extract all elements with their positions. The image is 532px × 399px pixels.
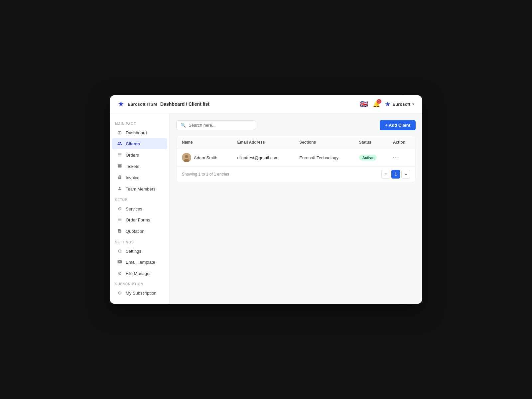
sidebar-label-clients: Clients — [126, 141, 140, 146]
quotation-icon — [117, 228, 122, 234]
user-name: Eurosoft — [393, 102, 410, 107]
breadcrumb-prefix: Dashboard / — [160, 101, 187, 107]
sidebar-item-order-forms[interactable]: Order Forms — [112, 214, 167, 225]
toolbar: 🔍 + Add Client — [176, 120, 416, 130]
table-entry-count: Showing 1 to 1 of 1 entries — [182, 172, 229, 177]
sidebar-label-orders: Orders — [126, 153, 139, 158]
sidebar-label-quotation: Quotation — [126, 229, 144, 234]
breadcrumb-current: Client list — [189, 101, 209, 107]
client-table-container: Name Email Address Sections Status Actio… — [176, 136, 416, 182]
client-table: Name Email Address Sections Status Actio… — [177, 136, 415, 166]
notification-bell[interactable]: 🔔 1 — [373, 100, 380, 108]
col-name: Name — [177, 136, 232, 149]
sidebar-item-services[interactable]: ⚙ Services — [112, 203, 167, 214]
col-status: Status — [354, 136, 388, 149]
cell-email: clienttest@gmail.com — [232, 149, 294, 167]
notification-badge: 1 — [377, 99, 381, 104]
sidebar-label-file-manager: File Manager — [126, 271, 151, 276]
body-layout: MAIN PAGE ⊞ Dashboard Clients — [110, 113, 422, 304]
sidebar-label-dashboard: Dashboard — [126, 130, 147, 135]
flag-icon: 🇬🇧 — [360, 100, 368, 108]
user-star-icon: ★ — [385, 100, 391, 108]
settings-section-label: SETTINGS — [110, 237, 169, 245]
avatar — [182, 153, 191, 162]
sidebar-label-tickets: Tickets — [126, 164, 139, 169]
subscription-section-label: SUBSCRIPTION — [110, 279, 169, 287]
chevron-down-icon: ▾ — [412, 102, 414, 106]
header-right: 🇬🇧 🔔 1 ★ Eurosoft ▾ — [360, 100, 414, 108]
cell-status: Active — [354, 149, 388, 167]
sidebar-item-settings[interactable]: ⚙ Settings — [112, 246, 167, 256]
sidebar-label-order-forms: Order Forms — [126, 217, 150, 222]
team-members-icon — [117, 186, 122, 192]
sidebar-item-my-subscription[interactable]: ⚙ My Subscription — [112, 288, 167, 298]
add-client-button[interactable]: + Add Client — [380, 120, 416, 130]
my-subscription-icon: ⚙ — [117, 290, 122, 296]
table-row: Adam Smith clienttest@gmail.com Eurosoft… — [177, 149, 415, 167]
action-dots[interactable]: ··· — [393, 155, 399, 160]
sidebar-item-clients[interactable]: Clients — [112, 138, 167, 149]
email-template-icon — [117, 259, 122, 265]
sidebar-label-team-members: Team Members — [126, 187, 156, 192]
sidebar-label-my-subscription: My Subscription — [126, 291, 156, 296]
clients-icon — [117, 141, 122, 147]
app-window: ★ Eurosoft ITSM Dashboard / Client list … — [110, 95, 422, 304]
svg-point-1 — [185, 155, 188, 158]
orders-icon — [117, 152, 122, 158]
cell-sections: Eurosoft Technology — [294, 149, 353, 167]
avatar-cell: Adam Smith — [182, 153, 227, 162]
breadcrumb: Dashboard / Client list — [160, 101, 209, 107]
tickets-icon — [117, 164, 122, 169]
user-menu[interactable]: ★ Eurosoft ▾ — [385, 100, 414, 108]
sidebar-item-quotation[interactable]: Quotation — [112, 226, 167, 237]
col-email: Email Address — [232, 136, 294, 149]
svg-point-2 — [184, 159, 189, 162]
search-icon: 🔍 — [181, 123, 186, 128]
header-left: ★ Eurosoft ITSM Dashboard / Client list — [118, 100, 209, 108]
pagination: « 1 » — [381, 170, 410, 179]
pagination-next[interactable]: » — [401, 170, 410, 179]
sidebar-item-orders[interactable]: Orders — [112, 150, 167, 161]
search-wrapper[interactable]: 🔍 — [176, 120, 256, 130]
logo-icon: ★ — [118, 100, 124, 108]
sidebar-label-invoice: Invoice — [126, 175, 139, 180]
main-content: 🔍 + Add Client Name Email Address Sectio… — [170, 113, 422, 304]
sidebar-label-services: Services — [126, 206, 142, 211]
cell-action[interactable]: ··· — [388, 149, 415, 167]
pagination-page-1[interactable]: 1 — [391, 170, 400, 179]
pagination-prev[interactable]: « — [381, 170, 390, 179]
sidebar-label-email-template: Email Template — [126, 260, 155, 265]
setup-section-label: SETUP — [110, 195, 169, 203]
logo-text: Eurosoft ITSM — [128, 102, 157, 107]
order-forms-icon — [117, 217, 122, 223]
services-icon: ⚙ — [117, 206, 122, 211]
cell-name: Adam Smith — [177, 149, 232, 167]
col-sections: Sections — [294, 136, 353, 149]
client-name: Adam Smith — [194, 155, 217, 160]
search-input[interactable] — [189, 123, 252, 128]
col-action: Action — [388, 136, 415, 149]
sidebar-item-tickets[interactable]: Tickets — [112, 161, 167, 172]
sidebar-item-team-members[interactable]: Team Members — [112, 184, 167, 195]
status-badge: Active — [359, 155, 377, 161]
sidebar: MAIN PAGE ⊞ Dashboard Clients — [110, 113, 170, 304]
invoice-icon — [117, 175, 122, 181]
main-page-section-label: MAIN PAGE — [110, 119, 169, 127]
table-footer: Showing 1 to 1 of 1 entries « 1 » — [177, 166, 415, 182]
sidebar-item-dashboard[interactable]: ⊞ Dashboard — [112, 127, 167, 138]
dashboard-icon: ⊞ — [117, 130, 122, 135]
sidebar-item-invoice[interactable]: Invoice — [112, 172, 167, 183]
sidebar-item-file-manager[interactable]: ⚙ File Manager — [112, 268, 167, 279]
settings-icon: ⚙ — [117, 248, 122, 254]
file-manager-icon: ⚙ — [117, 271, 122, 276]
header: ★ Eurosoft ITSM Dashboard / Client list … — [110, 95, 422, 113]
sidebar-label-settings: Settings — [126, 249, 141, 254]
sidebar-item-email-template[interactable]: Email Template — [112, 257, 167, 268]
